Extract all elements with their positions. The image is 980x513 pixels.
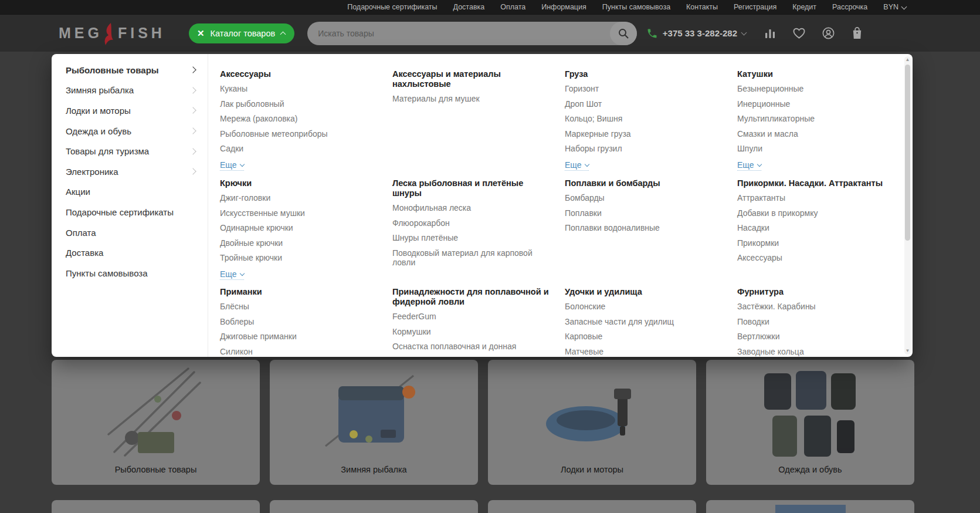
menu-item-link[interactable]: Дроп Шот — [565, 99, 722, 109]
sidebar-item[interactable]: Оплата — [52, 222, 208, 243]
menu-item-link[interactable]: Насадки — [737, 223, 894, 232]
menu-item-link[interactable]: Садки — [220, 144, 377, 153]
menu-item-link[interactable]: Джиг-головки — [220, 193, 377, 203]
menu-item-link[interactable]: Лак рыболовный — [220, 99, 377, 109]
sidebar-item[interactable]: Подарочные сертификаты — [52, 202, 208, 222]
menu-item-link[interactable]: Джиговые приманки — [220, 332, 377, 341]
topbar-link[interactable]: Контакты — [686, 3, 718, 11]
compare-button[interactable] — [764, 27, 776, 40]
menu-item-link[interactable]: Кормушки — [392, 327, 550, 336]
menu-item-link[interactable]: Блёсны — [220, 302, 377, 311]
menu-scrollbar[interactable]: ▲ ▼ — [904, 56, 911, 355]
catalog-button[interactable]: ✕ Каталог товаров — [189, 23, 294, 43]
menu-section-title[interactable]: Фурнитура — [737, 287, 894, 297]
menu-item-link[interactable]: Прикормки — [737, 238, 894, 248]
more-link[interactable]: Еще — [220, 160, 244, 171]
menu-item-link[interactable]: Смазки и масла — [737, 129, 894, 139]
sidebar-item[interactable]: Акции — [52, 182, 208, 203]
category-card-partial[interactable] — [706, 500, 914, 513]
menu-item-link[interactable]: Монофильная леска — [392, 203, 550, 212]
menu-item-link[interactable]: Флюорокарбон — [392, 218, 550, 228]
menu-section-title[interactable]: Аксессуары — [220, 69, 377, 79]
sidebar-item[interactable]: Лодки и моторы — [52, 100, 208, 121]
more-link[interactable]: Еще — [220, 269, 244, 280]
menu-item-link[interactable]: Вертлюжки — [737, 332, 894, 341]
menu-item-link[interactable]: Аттрактанты — [737, 193, 894, 203]
menu-item-link[interactable]: Рыболовные метеоприборы — [220, 129, 377, 139]
topbar-link[interactable]: Рассрочка — [832, 3, 867, 11]
category-card[interactable]: Зимняя рыбалка — [270, 360, 478, 485]
topbar-link[interactable]: Кредит — [792, 3, 816, 11]
category-card[interactable]: Рыболовные товары — [52, 360, 260, 485]
search-input[interactable] — [307, 29, 610, 38]
menu-section-title[interactable]: Катушки — [737, 69, 894, 79]
menu-item-link[interactable]: Одинарные крючки — [220, 223, 377, 232]
category-card-partial[interactable] — [270, 500, 478, 513]
currency-selector[interactable]: BYN — [883, 3, 906, 11]
phone-block[interactable]: +375 33 3-282-282 — [646, 28, 746, 39]
menu-item-link[interactable]: FeederGum — [392, 312, 550, 321]
menu-section-title[interactable]: Груза — [565, 69, 722, 79]
category-card[interactable]: Одежда и обувь — [706, 360, 914, 485]
sidebar-item[interactable]: Рыболовные товары — [52, 60, 208, 80]
topbar-link[interactable]: Пункты самовывоза — [602, 3, 670, 11]
menu-section-title[interactable]: Крючки — [220, 178, 377, 188]
menu-section-title[interactable]: Принадлежности для поплавочной и фидерно… — [392, 287, 550, 307]
menu-section-title[interactable]: Удочки и удилища — [565, 287, 722, 297]
scroll-up-icon[interactable]: ▲ — [904, 58, 911, 62]
scrollbar-thumb[interactable] — [905, 65, 910, 241]
logo[interactable]: MEG FISH — [59, 22, 165, 45]
menu-item-link[interactable]: Мережа (раколовка) — [220, 114, 377, 123]
topbar-link[interactable]: Доставка — [453, 3, 485, 11]
scroll-down-icon[interactable]: ▼ — [904, 349, 911, 353]
menu-item-link[interactable]: Материалы для мушек — [392, 94, 550, 103]
category-card-partial[interactable] — [52, 500, 260, 513]
menu-item-link[interactable]: Инерционные — [737, 99, 894, 109]
menu-section-title[interactable]: Леска рыболовная и плетёные шнуры — [392, 178, 550, 198]
menu-item-link[interactable]: Застёжки. Карабины — [737, 302, 894, 311]
more-link[interactable]: Еще — [737, 160, 761, 171]
sidebar-item[interactable]: Зимняя рыбалка — [52, 80, 208, 101]
more-link[interactable]: Еще — [565, 160, 589, 171]
menu-item-link[interactable]: Маркерные груза — [565, 129, 722, 139]
favorites-button[interactable] — [792, 27, 806, 39]
menu-item-link[interactable]: Тройные крючки — [220, 253, 377, 262]
menu-item-link[interactable]: Мультипликаторные — [737, 114, 894, 123]
sidebar-item[interactable]: Товары для туризма — [52, 141, 208, 161]
menu-item-link[interactable]: Оснастка поплавочная и донная — [392, 342, 550, 351]
search-button[interactable] — [610, 22, 637, 45]
menu-item-link[interactable]: Поводки — [737, 317, 894, 326]
menu-item-link[interactable]: Силикон — [220, 347, 377, 356]
sidebar-item[interactable]: Одежда и обувь — [52, 121, 208, 141]
menu-item-link[interactable]: Карповые — [565, 332, 722, 341]
menu-item-link[interactable]: Двойные крючки — [220, 238, 377, 248]
menu-section-title[interactable]: Поплавки и бомбарды — [565, 178, 722, 188]
menu-item-link[interactable]: Шнуры плетёные — [392, 233, 550, 242]
menu-item-link[interactable]: Аксессуары — [737, 253, 894, 262]
sidebar-item[interactable]: Пункты самовывоза — [52, 263, 208, 284]
category-card[interactable]: Лодки и моторы — [488, 360, 696, 485]
menu-item-link[interactable]: Воблеры — [220, 317, 377, 326]
cart-button[interactable] — [851, 26, 863, 40]
menu-item-link[interactable]: Наборы грузил — [565, 144, 722, 153]
menu-section-title[interactable]: Прикормки. Насадки. Аттрактанты — [737, 178, 894, 188]
menu-item-link[interactable]: Добавки в прикормку — [737, 208, 894, 218]
menu-item-link[interactable]: Горизонт — [565, 84, 722, 93]
topbar-link[interactable]: Регистрация — [734, 3, 776, 11]
menu-item-link[interactable]: Поплавки водоналивные — [565, 223, 722, 232]
menu-section-title[interactable]: Приманки — [220, 287, 377, 297]
topbar-link[interactable]: Подарочные сертификаты — [347, 3, 437, 11]
account-button[interactable] — [822, 26, 835, 40]
menu-item-link[interactable]: Поплавки — [565, 208, 722, 218]
menu-item-link[interactable]: Кольцо; Вишня — [565, 114, 722, 123]
menu-item-link[interactable]: Запасные части для удилищ — [565, 317, 722, 326]
menu-item-link[interactable]: Болонские — [565, 302, 722, 311]
menu-item-link[interactable]: Матчевые — [565, 347, 722, 356]
menu-item-link[interactable]: Заводные кольца — [737, 347, 894, 356]
menu-item-link[interactable]: Сигнализаторы — [392, 357, 550, 357]
menu-item-link[interactable]: Безынерционные — [737, 84, 894, 93]
topbar-link[interactable]: Информация — [541, 3, 586, 11]
menu-item-link[interactable]: Бомбарды — [565, 193, 722, 203]
sidebar-item[interactable]: Электроника — [52, 161, 208, 182]
topbar-link[interactable]: Оплата — [500, 3, 525, 11]
